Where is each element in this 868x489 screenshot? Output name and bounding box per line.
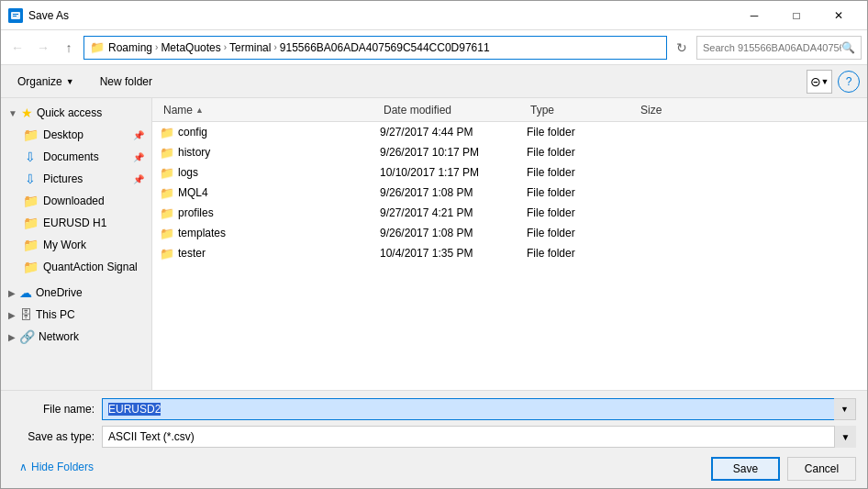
sidebar-item-quantaction[interactable]: 📁 QuantAction Signal [1,256,151,278]
eurusd-folder-icon: 📁 [23,216,38,230]
file-date: 10/10/2017 1:17 PM [380,166,527,179]
file-type: File folder [527,206,637,219]
thispc-label: This PC [36,308,75,321]
quick-access-star-icon: ★ [21,106,33,120]
sidebar-section-quick-access[interactable]: ▼ ★ Quick access [1,102,151,124]
view-button[interactable]: ⊝ ▼ [807,70,832,94]
file-name: config [178,126,207,139]
address-path[interactable]: 📁 Roaming › MetaQuotes › Terminal › 9155… [83,36,667,60]
title-bar-icon [8,8,23,23]
help-button[interactable]: ? [838,71,860,93]
network-label: Network [39,330,79,343]
folder-icon-small: 📁 [90,40,105,54]
sidebar-section-network[interactable]: ▶ 🔗 Network [1,326,151,348]
sidebar-downloaded-label: Downloaded [43,194,144,207]
minimize-button[interactable]: ─ [733,1,775,30]
table-row[interactable]: 📁 logs 10/10/2017 1:17 PM File folder [152,162,867,183]
file-folder-icon: 📁 [160,206,174,220]
sidebar-item-documents[interactable]: ⇩ Documents 📌 [1,146,151,168]
desktop-folder-icon: 📁 [23,128,38,142]
sidebar-item-pictures[interactable]: ⇩ Pictures 📌 [1,168,151,190]
up-button[interactable]: ↑ [58,37,80,59]
title-bar-title: Save As [28,9,733,22]
onedrive-icon: ☁ [19,285,32,300]
file-name: MQL4 [178,186,208,199]
close-button[interactable]: ✕ [818,1,860,30]
file-type: File folder [527,146,637,159]
path-arrow-1: › [155,42,158,52]
file-date: 9/26/2017 1:08 PM [380,227,527,239]
refresh-button[interactable]: ↻ [671,37,693,59]
view-chevron-icon: ▼ [821,77,829,86]
file-type: File folder [527,186,637,199]
thispc-chevron-icon: ▶ [8,310,16,320]
file-folder-icon: 📁 [160,227,174,240]
table-row[interactable]: 📁 tester 10/4/2017 1:35 PM File folder [152,243,867,263]
address-bar: ← → ↑ 📁 Roaming › MetaQuotes › Terminal … [1,30,867,65]
quantaction-folder-icon: 📁 [23,260,38,274]
save-button[interactable]: Save [711,457,780,481]
cancel-button[interactable]: Cancel [787,457,856,481]
maximize-button[interactable]: □ [775,1,818,30]
main-content: ▼ ★ Quick access 📁 Desktop 📌 ⇩ Documents… [1,98,867,390]
organize-chevron-icon: ▼ [66,77,74,86]
mywork-folder-icon: 📁 [23,238,38,252]
file-list-header: Name ▲ Date modified Type Size [152,98,867,122]
new-folder-button[interactable]: New folder [91,70,161,94]
title-bar-buttons: ─ □ ✕ [733,1,860,30]
sidebar-eurusd-label: EURUSD H1 [43,217,144,229]
bottom-area: File name: ▼ Save as type: ASCII Text (*… [1,390,867,488]
sidebar-section-onedrive[interactable]: ▶ ☁ OneDrive [1,282,151,304]
toolbar: Organize ▼ New folder ⊝ ▼ ? [1,65,867,98]
title-bar: Save As ─ □ ✕ [1,1,867,30]
column-header-size[interactable]: Size [637,98,710,121]
quick-access-label: Quick access [37,106,102,119]
file-type: File folder [527,247,637,260]
file-date: 9/27/2017 4:44 PM [380,126,527,139]
path-segment-roaming: 📁 Roaming [90,40,152,54]
hide-folders-row[interactable]: ∧ Hide Folders [12,457,101,477]
pictures-pin-icon: 📌 [133,174,144,184]
hide-folders-label: Hide Folders [31,461,94,473]
documents-icon: ⇩ [23,150,38,164]
table-row[interactable]: 📁 config 9/27/2017 4:44 PM File folder [152,122,867,142]
sidebar-section-thispc[interactable]: ▶ 🗄 This PC [1,304,151,326]
documents-pin-icon: 📌 [133,152,144,162]
file-folder-icon: 📁 [160,186,174,200]
sidebar-item-desktop[interactable]: 📁 Desktop 📌 [1,124,151,146]
column-header-type[interactable]: Type [527,98,637,121]
search-box: 🔍 [696,36,862,60]
sidebar-item-eurusd[interactable]: 📁 EURUSD H1 [1,212,151,234]
filename-row: File name: ▼ [12,398,856,420]
column-header-date[interactable]: Date modified [380,98,527,121]
table-row[interactable]: 📁 MQL4 9/26/2017 1:08 PM File folder [152,183,867,203]
network-icon: 🔗 [19,329,35,344]
sidebar-item-downloaded[interactable]: 📁 Downloaded [1,190,151,212]
thispc-icon: 🗄 [19,307,32,322]
file-date: 9/26/2017 1:08 PM [380,186,527,199]
savetype-select[interactable]: ASCII Text (*.csv)CSV (*.csv)Text (*.txt… [102,426,856,448]
search-input[interactable] [703,42,841,53]
table-row[interactable]: 📁 templates 9/26/2017 1:08 PM File folde… [152,223,867,243]
file-date: 10/4/2017 1:35 PM [380,247,527,260]
organize-button[interactable]: Organize ▼ [8,70,83,94]
column-header-name[interactable]: Name ▲ [160,98,380,121]
file-type: File folder [527,126,637,139]
svg-rect-3 [13,16,17,17]
file-date: 9/27/2017 4:21 PM [380,206,527,219]
forward-button[interactable]: → [32,37,54,59]
sidebar-item-mywork[interactable]: 📁 My Work [1,234,151,256]
sidebar-quantaction-label: QuantAction Signal [43,261,144,273]
filename-input[interactable] [102,398,856,420]
table-row[interactable]: 📁 profiles 9/27/2017 4:21 PM File folder [152,203,867,223]
back-button[interactable]: ← [6,37,28,59]
file-list: 📁 config 9/27/2017 4:44 PM File folder 📁… [152,122,867,390]
search-icon: 🔍 [841,41,855,54]
desktop-pin-icon: 📌 [133,130,144,140]
file-name: templates [178,227,226,239]
filename-label: File name: [12,403,95,416]
onedrive-chevron-icon: ▶ [8,288,16,298]
file-date: 9/26/2017 10:17 PM [380,146,527,159]
file-folder-icon: 📁 [160,126,174,139]
table-row[interactable]: 📁 history 9/26/2017 10:17 PM File folder [152,142,867,162]
